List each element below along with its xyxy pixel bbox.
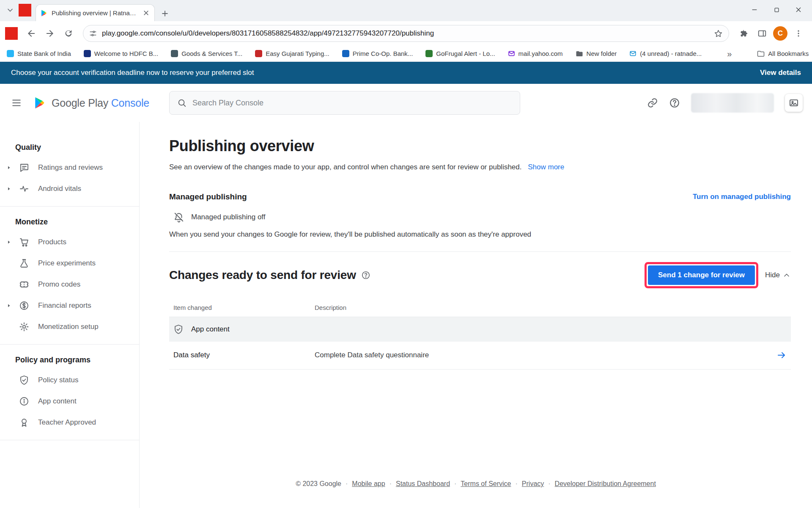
bookmark-item[interactable]: Goods & Services T... bbox=[171, 50, 242, 57]
folder-icon bbox=[757, 50, 765, 58]
sidebar-section-policy-and-programs: Policy and programs bbox=[0, 351, 139, 370]
favicon-typing-icon bbox=[255, 50, 262, 57]
footer-link-status-dashboard[interactable]: Status Dashboard bbox=[396, 480, 450, 488]
sidebar-item-policy-status[interactable]: Policy status bbox=[0, 370, 139, 391]
screenshot-icon[interactable] bbox=[785, 94, 803, 112]
bookmark-item[interactable]: mail.yahoo.com bbox=[508, 50, 563, 57]
logo-text: Google Play Console bbox=[52, 97, 149, 109]
all-bookmarks-button[interactable]: All Bookmarks bbox=[757, 50, 809, 58]
address-bar[interactable]: play.google.com/console/u/0/developers/8… bbox=[83, 25, 729, 42]
bookmark-item[interactable]: Prime Co-Op. Bank... bbox=[342, 50, 413, 57]
bookmark-label: GoFrugal Alert - Lo... bbox=[436, 50, 495, 57]
bookmark-item[interactable]: State Bank of India bbox=[7, 50, 71, 57]
bookmark-item[interactable]: GoFrugal Alert - Lo... bbox=[425, 50, 495, 57]
turn-on-managed-publishing-link[interactable]: Turn on managed publishing bbox=[693, 193, 791, 201]
window-close-button[interactable] bbox=[787, 0, 809, 19]
link-icon[interactable] bbox=[647, 97, 658, 108]
bookmark-star-icon[interactable] bbox=[714, 29, 723, 38]
search-input[interactable] bbox=[192, 99, 512, 108]
sidebar-section-quality: Quality bbox=[0, 139, 139, 157]
managed-publishing-off-icon bbox=[173, 212, 184, 223]
tab-title: Publishing overview | Ratnadee bbox=[52, 9, 138, 17]
view-details-button[interactable]: View details bbox=[760, 69, 801, 77]
help-circle-icon[interactable] bbox=[361, 271, 370, 280]
sidebar-item-app-content[interactable]: App content bbox=[0, 391, 139, 412]
url-text[interactable]: play.google.com/console/u/0/developers/8… bbox=[102, 29, 709, 38]
footer-link-developer-distribution-agreement[interactable]: Developer Distribution Agreement bbox=[555, 480, 656, 488]
footer-link-mobile-app[interactable]: Mobile app bbox=[352, 480, 385, 488]
window-minimize-button[interactable] bbox=[743, 0, 765, 19]
sidebar-item-ratings-and-reviews[interactable]: Ratings and reviews bbox=[0, 157, 139, 178]
window-controls bbox=[743, 0, 809, 19]
cart-icon bbox=[19, 237, 30, 247]
sidebar-item-android-vitals[interactable]: Android vitals bbox=[0, 178, 139, 199]
sidebar-item-products[interactable]: Products bbox=[0, 232, 139, 253]
tab-search-chevron-icon[interactable] bbox=[6, 6, 14, 14]
folder-icon bbox=[576, 50, 583, 58]
new-tab-button[interactable] bbox=[161, 9, 169, 18]
column-description: Description bbox=[315, 304, 763, 311]
chevron-right-icon[interactable] bbox=[3, 186, 15, 191]
table-group-row: App content bbox=[169, 317, 791, 342]
back-button[interactable] bbox=[24, 26, 39, 41]
bookmarks-overflow-chevron-icon[interactable]: » bbox=[727, 50, 732, 58]
favicon-hdfc-icon bbox=[84, 50, 91, 57]
account-info-blurred[interactable] bbox=[691, 93, 774, 113]
extensions-icon[interactable] bbox=[736, 26, 751, 41]
bookmark-label: State Bank of India bbox=[17, 50, 71, 57]
changes-table: Item changed Description App content Dat… bbox=[169, 298, 791, 370]
sidebar-item-price-experiments[interactable]: Price experiments bbox=[0, 253, 139, 274]
menu-kebab-icon[interactable] bbox=[791, 26, 806, 41]
reload-button[interactable] bbox=[61, 26, 76, 41]
browser-tab[interactable]: Publishing overview | Ratnadee bbox=[36, 4, 155, 21]
sidebar-divider bbox=[0, 206, 139, 207]
chevron-right-icon[interactable] bbox=[3, 240, 15, 245]
managed-publishing-status: Managed publishing off bbox=[191, 213, 266, 221]
bookmark-label: Prime Co-Op. Bank... bbox=[353, 50, 413, 57]
show-more-link[interactable]: Show more bbox=[528, 163, 564, 171]
envelope-icon bbox=[508, 50, 515, 57]
play-console-logo[interactable]: Google Play Console bbox=[33, 96, 149, 110]
side-panel-icon[interactable] bbox=[754, 26, 770, 41]
footer-link-terms-of-service[interactable]: Terms of Service bbox=[461, 480, 511, 488]
page-title: Publishing overview bbox=[169, 137, 791, 155]
sidebar-item-teacher-approved[interactable]: Teacher Approved bbox=[0, 412, 139, 433]
bookmark-label: Easy Gujarati Typing... bbox=[266, 50, 329, 57]
row-item: Data safety bbox=[173, 351, 315, 359]
chevron-right-icon[interactable] bbox=[3, 165, 15, 170]
profile-avatar[interactable]: C bbox=[773, 26, 787, 41]
bookmark-item[interactable]: Easy Gujarati Typing... bbox=[255, 50, 329, 57]
column-item-changed: Item changed bbox=[173, 304, 315, 311]
red-marker-toolbar bbox=[5, 27, 18, 40]
console-search-box[interactable] bbox=[169, 91, 520, 115]
bookmark-item[interactable]: Welcome to HDFC B... bbox=[84, 50, 158, 57]
window-maximize-button[interactable] bbox=[765, 0, 787, 19]
tab-close-icon[interactable] bbox=[142, 9, 150, 17]
app-header: Google Play Console bbox=[0, 84, 812, 122]
site-info-icon[interactable] bbox=[89, 30, 97, 37]
sidebar-item-monetization-setup[interactable]: Monetization setup bbox=[0, 316, 139, 337]
chevron-right-icon[interactable] bbox=[3, 303, 15, 308]
send-change-for-review-button[interactable]: Send 1 change for review bbox=[648, 265, 755, 285]
footer-link-privacy[interactable]: Privacy bbox=[522, 480, 544, 488]
tabstrip: Publishing overview | Ratnadee bbox=[0, 0, 812, 21]
table-header-row: Item changed Description bbox=[169, 298, 791, 317]
envelope-icon bbox=[629, 50, 636, 57]
sidebar-item-promo-codes[interactable]: Promo codes bbox=[0, 274, 139, 295]
forward-button[interactable] bbox=[42, 26, 58, 41]
bookmark-label: Welcome to HDFC B... bbox=[94, 50, 158, 57]
managed-publishing-description: When you send your changes to Google for… bbox=[169, 230, 791, 239]
bookmark-item[interactable]: New folder bbox=[576, 50, 617, 58]
sidebar-item-financial-reports[interactable]: Financial reports bbox=[0, 295, 139, 316]
table-row[interactable]: Data safety Complete Data safety questio… bbox=[169, 342, 791, 370]
annotation-highlight-box: Send 1 change for review bbox=[645, 262, 758, 288]
section-divider bbox=[169, 251, 791, 252]
hamburger-menu-icon[interactable] bbox=[11, 97, 22, 108]
help-icon[interactable] bbox=[669, 97, 680, 108]
arrow-right-icon[interactable] bbox=[776, 350, 787, 360]
hide-label: Hide bbox=[765, 271, 780, 279]
page-subtitle: See an overview of the changes made to y… bbox=[169, 163, 522, 171]
search-icon bbox=[177, 98, 187, 108]
bookmark-item[interactable]: (4 unread) - ratnade... bbox=[629, 50, 702, 57]
hide-toggle[interactable]: Hide bbox=[765, 271, 791, 279]
